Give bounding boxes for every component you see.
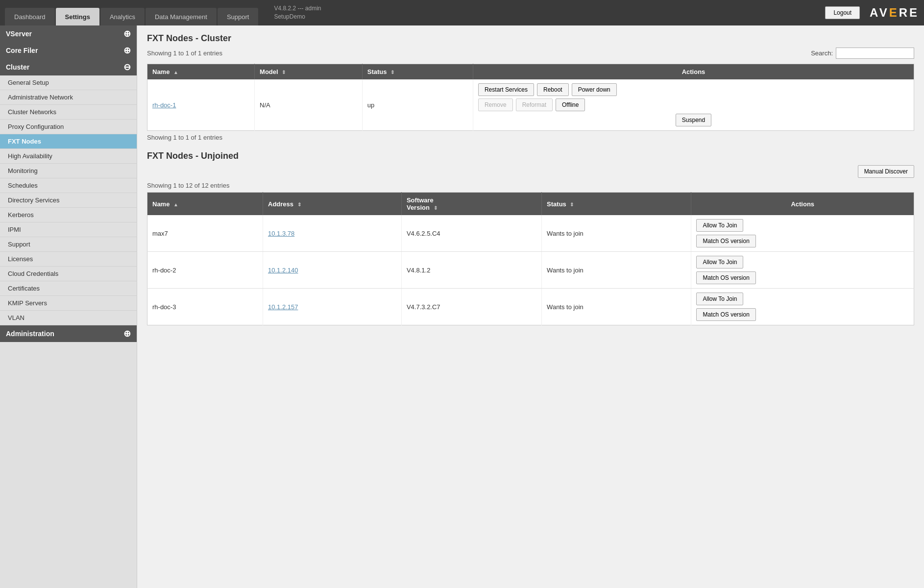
administration-expand-icon: ⊕: [123, 329, 131, 338]
fxt-cluster-title: FXT Nodes - Cluster: [147, 33, 914, 44]
unode-sw-2: V4.8.1.2: [401, 252, 541, 289]
search-row: Search:: [811, 48, 914, 59]
unode-address-2: 10.1.2.140: [263, 252, 402, 289]
unode-name-3: rh-doc-3: [147, 289, 263, 325]
sidebar-item-monitoring[interactable]: Monitoring: [0, 164, 137, 178]
manual-discover-row: Manual Discover: [147, 165, 914, 178]
col-model: Model ⇕: [255, 64, 363, 80]
unode-status-3: Wants to join: [542, 289, 691, 325]
match-os-button-1[interactable]: Match OS version: [696, 235, 755, 247]
suspend-button[interactable]: Suspend: [676, 114, 711, 126]
unode-sw-1: V4.6.2.5.C4: [401, 215, 541, 252]
fxt-unjoined-section: FXT Nodes - Unjoined Manual Discover Sho…: [147, 151, 914, 325]
cluster-actions-row2: Remove Reformat Offline: [478, 98, 909, 111]
sidebar-item-ipmi[interactable]: IPMI: [0, 222, 137, 237]
allow-join-button-2[interactable]: Allow To Join: [696, 256, 743, 269]
core-filer-label: Core Filer: [6, 47, 38, 54]
reformat-button[interactable]: Reformat: [516, 98, 553, 111]
cluster-actions-row3: Suspend: [478, 114, 909, 126]
cluster-actions-row1: Restart Services Reboot Power down: [478, 83, 909, 96]
sidebar-section-cluster[interactable]: Cluster ⊖: [0, 59, 137, 75]
node-actions: Restart Services Reboot Power down Remov…: [473, 79, 914, 131]
remove-button[interactable]: Remove: [478, 98, 513, 111]
cluster-name: SetupDemo: [274, 13, 321, 21]
unode-status-1: Wants to join: [542, 215, 691, 252]
offline-button[interactable]: Offline: [556, 98, 585, 111]
unode-name-1: max7: [147, 215, 263, 252]
sidebar-item-directory-services[interactable]: Directory Services: [0, 193, 137, 208]
node-model: N/A: [255, 79, 363, 131]
fxt-cluster-showing-top: Showing 1 to 1 of 1 entries: [147, 49, 222, 57]
sidebar-item-cloud-credentials[interactable]: Cloud Credentials: [0, 267, 137, 281]
fxt-cluster-section: FXT Nodes - Cluster Showing 1 to 1 of 1 …: [147, 33, 914, 141]
sidebar-section-vserver[interactable]: VServer ⊕: [0, 25, 137, 42]
unode-actions-3: Allow To Join Match OS version: [691, 289, 914, 325]
unode-actions-1: Allow To Join Match OS version: [691, 215, 914, 252]
match-os-button-3[interactable]: Match OS version: [696, 308, 755, 321]
sidebar-item-support[interactable]: Support: [0, 237, 137, 252]
unode-address-3: 10.1.2.157: [263, 289, 402, 325]
unjoined-actions-col-3: Allow To Join Match OS version: [696, 293, 909, 321]
fxt-unjoined-table: Name ▲ Address ⇕ SoftwareVersion ⇕ Statu…: [147, 192, 914, 325]
table-row: rh-doc-2 10.1.2.140 V4.8.1.2 Wants to jo…: [147, 252, 914, 289]
tab-support[interactable]: Support: [218, 8, 259, 25]
sidebar-section-core-filer[interactable]: Core Filer ⊕: [0, 42, 137, 59]
vserver-label: VServer: [6, 30, 32, 38]
nav-tabs: Dashboard Settings Analytics Data Manage…: [5, 0, 259, 25]
table-row: rh-doc-1 N/A up Restart Services Reboot …: [147, 79, 914, 131]
unode-address-1: 10.1.3.78: [263, 215, 402, 252]
search-label: Search:: [811, 49, 833, 57]
sidebar-item-licenses[interactable]: Licenses: [0, 252, 137, 267]
allow-join-button-1[interactable]: Allow To Join: [696, 219, 743, 232]
fxt-unjoined-title: FXT Nodes - Unjoined: [147, 151, 914, 161]
sidebar-item-kerberos[interactable]: Kerberos: [0, 208, 137, 222]
allow-join-button-3[interactable]: Allow To Join: [696, 293, 743, 305]
unjoined-actions-col-2: Allow To Join Match OS version: [696, 256, 909, 284]
content-area: FXT Nodes - Cluster Showing 1 to 1 of 1 …: [137, 25, 924, 588]
unjoined-actions-col-1: Allow To Join Match OS version: [696, 219, 909, 247]
node-name-link[interactable]: rh-doc-1: [152, 101, 176, 109]
sidebar-item-certificates[interactable]: Certificates: [0, 281, 137, 296]
fxt-unjoined-showing: Showing 1 to 12 of 12 entries: [147, 182, 914, 189]
sidebar: VServer ⊕ Core Filer ⊕ Cluster ⊖ General…: [0, 25, 137, 588]
sidebar-item-high-availability[interactable]: High Availability: [0, 149, 137, 164]
tab-dashboard[interactable]: Dashboard: [5, 8, 55, 25]
version-info: V4.8.2.2 --- admin SetupDemo: [274, 4, 321, 21]
search-input[interactable]: [836, 48, 914, 59]
sidebar-item-general-setup[interactable]: General Setup: [0, 75, 137, 90]
tab-analytics[interactable]: Analytics: [100, 8, 145, 25]
manual-discover-button[interactable]: Manual Discover: [858, 165, 914, 178]
vserver-expand-icon: ⊕: [123, 29, 131, 38]
sidebar-item-proxy-config[interactable]: Proxy Configuration: [0, 120, 137, 134]
sidebar-item-schedules[interactable]: Schedules: [0, 178, 137, 193]
unode-actions-2: Allow To Join Match OS version: [691, 252, 914, 289]
tab-data-management[interactable]: Data Management: [146, 8, 217, 25]
logout-button[interactable]: Logout: [825, 6, 860, 19]
sidebar-item-vlan[interactable]: VLAN: [0, 311, 137, 325]
sidebar-section-administration[interactable]: Administration ⊕: [0, 325, 137, 342]
col-actions: Actions: [473, 64, 914, 80]
ucol-software-version: SoftwareVersion ⇕: [401, 193, 541, 216]
avere-logo: AVERE: [870, 6, 919, 20]
node-status: up: [362, 79, 473, 131]
tab-settings[interactable]: Settings: [56, 8, 99, 25]
match-os-button-2[interactable]: Match OS version: [696, 271, 755, 284]
sidebar-item-kmip-servers[interactable]: KMIP Servers: [0, 296, 137, 311]
node-name: rh-doc-1: [147, 79, 255, 131]
administration-label: Administration: [6, 330, 54, 338]
reboot-button[interactable]: Reboot: [537, 83, 569, 96]
ucol-actions: Actions: [691, 193, 914, 216]
sidebar-item-cluster-networks[interactable]: Cluster Networks: [0, 105, 137, 120]
sidebar-item-fxt-nodes[interactable]: FXT Nodes: [0, 134, 137, 149]
power-down-button[interactable]: Power down: [572, 83, 617, 96]
sidebar-item-admin-network[interactable]: Administrative Network: [0, 90, 137, 105]
unode-addr-link-1[interactable]: 10.1.3.78: [268, 230, 294, 237]
unode-addr-link-3[interactable]: 10.1.2.157: [268, 303, 298, 311]
unode-addr-link-2[interactable]: 10.1.2.140: [268, 267, 298, 274]
table-row: rh-doc-3 10.1.2.157 V4.7.3.2.C7 Wants to…: [147, 289, 914, 325]
unode-status-2: Wants to join: [542, 252, 691, 289]
cluster-label: Cluster: [6, 63, 29, 71]
top-nav: Dashboard Settings Analytics Data Manage…: [0, 0, 924, 25]
restart-services-button[interactable]: Restart Services: [478, 83, 534, 96]
cluster-collapse-icon: ⊖: [123, 63, 131, 72]
